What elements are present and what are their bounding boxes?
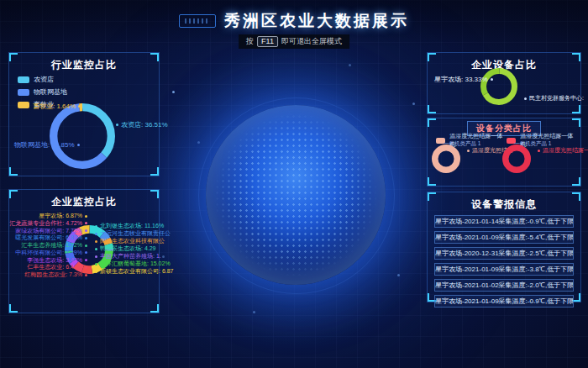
- alarm-row: 星宇农场-2021-01-09采集温度:-0.9℃,低于下限:0℃: [434, 295, 574, 308]
- legend-item[interactable]: 物联网基地: [18, 87, 67, 97]
- class-side-label-right: 温湿度光照结露一: [535, 146, 588, 155]
- enterprise-label: 陶门生态农业科技有限公: [92, 238, 165, 244]
- device-class-panel: 设备分类占比 温湿度光照结露一体机 一体机类产品 1 温湿度光照结露一 温湿度光…: [427, 118, 581, 187]
- enterprise-label: 曙光发展有限公司: 6.87%: [15, 234, 90, 241]
- alarm-row: 星宇农场-2020-12-31采集温度:-2.5℃,低于下限:0℃: [434, 247, 574, 260]
- enterprise-label: 北刘银生态农场: 11.16%: [92, 223, 164, 229]
- tooltip-prefix: 按: [246, 36, 254, 47]
- enterprise-label: 鸭荡景生态农场: 4.29: [92, 245, 156, 252]
- enterprise-panel-title: 企业监控占比: [9, 195, 159, 209]
- enterprise-label: 汇龙蔬菜专业合作社: 4.72%: [9, 220, 90, 227]
- enterprise-label: 大运河生态牧业有限责任公: [92, 230, 171, 237]
- industry-label-livestock: 畜牧业: 1.64%: [33, 102, 83, 111]
- fullscreen-tooltip: 按 F11 即可退出全屏模式: [239, 34, 349, 49]
- background-sparkles: [172, 91, 175, 93]
- legend-swatch-icon: [18, 89, 29, 96]
- enterprise-label: 中科环保有限公司: 7.29%: [15, 250, 90, 256]
- device-alarm-panel: 设备警报信息 星宇农场-2021-01-14采集温度:-0.9℃,低于下限:0℃…: [427, 192, 581, 302]
- legend-item[interactable]: 农资店: [18, 75, 67, 84]
- enterprise-label: 新硕生态农业有限公司: 6.87: [92, 268, 174, 275]
- legend-swatch-icon: [18, 76, 29, 83]
- page-title: 秀洲区农业大数据展示: [224, 10, 409, 32]
- tooltip-suffix: 即可退出全屏模式: [281, 36, 342, 47]
- enterprise-label: 李强生态农场: 3.43%: [27, 257, 90, 264]
- industry-panel-title: 行业监控占比: [9, 58, 159, 72]
- enterprise-label: 汇丰生态养殖场: 1.72%: [21, 242, 90, 249]
- legend-label: 物联网基地: [34, 87, 67, 97]
- alarm-row: 星宇农场-2021-01-09采集温度:-5.4℃,低于下限:0℃: [434, 231, 574, 244]
- f11-keycap: F11: [257, 36, 278, 47]
- industry-donut-chart[interactable]: [50, 103, 115, 169]
- device-label-service-center: 民主村党群服务中心:: [522, 94, 584, 103]
- alarm-panel-title: 设备警报信息: [428, 197, 580, 212]
- legend-label: 农资店: [34, 75, 54, 84]
- alarm-list: 星宇农场-2021-01-14采集温度:-0.9℃,低于下限:0℃星宇农场-20…: [428, 215, 580, 308]
- industry-label-agristore: 农资店: 36.51%: [113, 120, 168, 129]
- device-donut-chart[interactable]: [480, 68, 517, 105]
- alarm-row: 星宇农场-2021-01-02采集温度:-2.0℃,低于下限:0℃: [434, 279, 574, 292]
- class-donut-right[interactable]: [502, 145, 531, 173]
- page-header: 秀洲区农业大数据展示: [0, 10, 588, 32]
- dashboard: 秀洲区农业大数据展示 按 F11 即可退出全屏模式 行业监控占比 农资店 物联网…: [0, 0, 588, 368]
- enterprise-device-panel: 企业设备占比 星宇农场: 33.33% 民主村党群服务中心:: [427, 52, 581, 114]
- device-label-farm: 星宇农场: 33.33%: [434, 75, 496, 84]
- alarm-row: 星宇农场-2021-01-09采集温度:-3.8℃,低于下限:0℃: [434, 263, 574, 276]
- industry-monitor-panel: 行业监控占比 农资店 物联网基地 畜牧业 畜牧业: 1.64% 农资店: 36.…: [8, 52, 160, 176]
- class-donut-left[interactable]: [432, 145, 460, 173]
- enterprise-label: 星宇农场: 6.87%: [39, 213, 90, 219]
- brand-logo-icon: [179, 14, 216, 28]
- enterprise-monitor-panel: 企业监控占比 星宇农场: 6.87% 汇龙蔬菜专业合作社: 4.72% 家绿农场…: [8, 189, 160, 313]
- enterprise-label: 家绿农场有限公司: 7.72%: [15, 228, 90, 234]
- globe: [206, 105, 386, 285]
- enterprise-label: 丰国大产种苗养殖场: 1.: [92, 253, 161, 260]
- enterprise-labels-right: 北刘银生态农场: 11.16% 大运河生态牧业有限责任公 陶门生态农业科技有限公…: [92, 223, 158, 275]
- enterprise-labels-left: 星宇农场: 6.87% 汇龙蔬菜专业合作社: 4.72% 家绿农场有限公司: 7…: [11, 213, 90, 278]
- device-class-group-right: 温湿度光照结露一体机 一体机类产品 1 温湿度光照结露一: [500, 130, 575, 184]
- alarm-row: 星宇农场-2021-01-14采集温度:-0.9℃,低于下限:0℃: [434, 215, 574, 228]
- enterprise-label: 红梅园生态农业: 7.3%: [24, 271, 90, 278]
- device-class-group-left: 温湿度光照结露一体机 一体机类产品 1 温湿度光照结露一: [429, 130, 505, 184]
- enterprise-label: 仁丰生态农业: 6.44%: [27, 264, 90, 271]
- legend-swatch-icon: [18, 102, 29, 108]
- enterprise-label: 瓜林汇丽葡萄基地: 15.02%: [92, 260, 171, 267]
- industry-label-iot-base: 物联网基地: 61.85%: [14, 140, 82, 150]
